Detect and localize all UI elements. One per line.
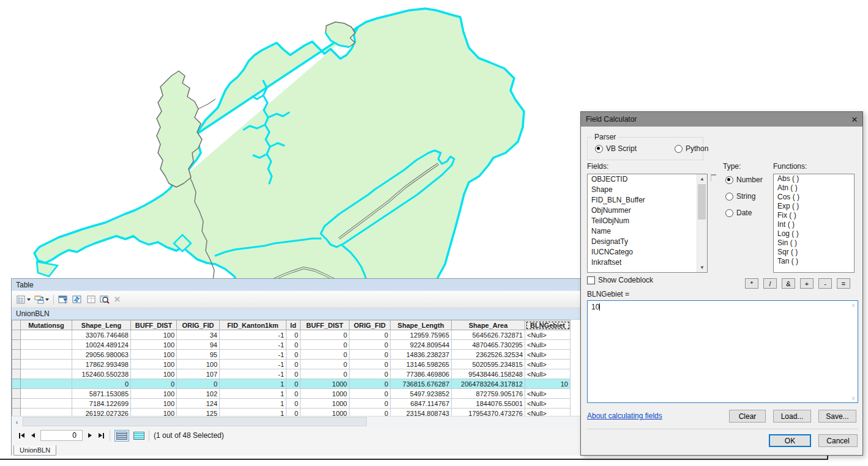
type-option-number[interactable]: Number xyxy=(725,176,763,184)
table-cell[interactable]: -1 xyxy=(220,360,286,369)
table-window-titlebar[interactable]: Table xyxy=(12,279,581,291)
table-cell[interactable]: -1 xyxy=(220,350,286,360)
table-cell[interactable]: 1 xyxy=(220,399,286,409)
row-selector[interactable] xyxy=(12,389,21,399)
table-cell[interactable] xyxy=(21,379,72,389)
row-selector[interactable] xyxy=(12,379,21,389)
column-header-shape-length[interactable]: Shape_Length xyxy=(391,320,452,330)
column-header-id[interactable]: Id xyxy=(286,320,301,330)
table-cell[interactable]: 872759.905176 xyxy=(452,389,525,399)
field-item-fid-bln-buffer[interactable]: FID_BLN_Buffer xyxy=(588,195,697,205)
table-cell[interactable]: 34 xyxy=(177,330,220,340)
table-cell[interactable]: 0 xyxy=(301,360,350,369)
table-cell[interactable]: <Null> xyxy=(525,369,571,379)
field-item-designatty[interactable]: DesignatTy xyxy=(588,237,697,247)
table-cell[interactable] xyxy=(21,389,72,399)
type-radio-string-icon[interactable] xyxy=(725,193,733,201)
table-cell[interactable]: 5020595.234815 xyxy=(452,360,525,369)
table-cell[interactable]: 0 xyxy=(301,369,350,379)
table-cell[interactable]: 0 xyxy=(350,369,391,379)
table-cell[interactable]: 4870465.730295 xyxy=(452,340,525,350)
map-canvas[interactable] xyxy=(0,0,588,287)
table-row[interactable]: 10024.48912410094-10009224.8095444870465… xyxy=(12,340,571,350)
table-cell[interactable]: 17954370.473276 xyxy=(452,409,525,416)
row-selector[interactable] xyxy=(12,360,21,369)
operator-button-45[interactable]: - xyxy=(818,278,832,289)
record-number-input[interactable] xyxy=(40,430,83,441)
switch-selection-button[interactable] xyxy=(71,293,84,306)
field-item-inkraftset[interactable]: Inkraftset xyxy=(588,257,697,268)
field-item-shape[interactable]: Shape xyxy=(588,185,697,195)
table-cell[interactable]: 0 xyxy=(286,379,301,389)
function-item-log[interactable]: Log ( ) xyxy=(774,229,854,239)
table-cell[interactable]: 0 xyxy=(286,360,301,369)
parser-option-vb-script[interactable]: VB Script xyxy=(595,144,637,153)
table-cell[interactable]: 95 xyxy=(177,350,220,360)
column-header-buff-dist[interactable]: BUFF_DIST xyxy=(131,320,177,330)
table-cell[interactable]: 7184.122699 xyxy=(72,399,131,409)
table-cell[interactable]: -1 xyxy=(220,369,286,379)
related-tables-button[interactable] xyxy=(33,293,50,306)
table-cell[interactable]: 0 xyxy=(301,340,350,350)
table-cell[interactable]: 100 xyxy=(131,409,177,416)
table-cell[interactable]: 0 xyxy=(286,369,301,379)
table-cell[interactable]: 0 xyxy=(72,379,131,389)
column-header-shape-leng[interactable]: Shape_Leng xyxy=(72,320,131,330)
parser-radio-vb-script-icon[interactable] xyxy=(595,145,603,153)
expression-input[interactable]: 10 ∧ ∨ xyxy=(587,300,858,403)
table-cell[interactable]: 1000 xyxy=(301,399,350,409)
table-cell[interactable] xyxy=(21,369,72,379)
function-item-sqr[interactable]: Sqr ( ) xyxy=(774,248,854,257)
table-cell[interactable]: 0 xyxy=(350,360,391,369)
table-cell[interactable]: 1 xyxy=(220,389,286,399)
show-codeblock-checkbox[interactable] xyxy=(587,276,595,284)
table-row[interactable]: 26192.027326100125101000023154.808743179… xyxy=(12,409,571,416)
table-cell[interactable]: 26192.027326 xyxy=(72,409,131,416)
close-icon[interactable]: × xyxy=(844,114,858,125)
operator-button-47[interactable]: / xyxy=(763,278,777,289)
table-cell[interactable]: <Null> xyxy=(525,330,571,340)
operator-button-61[interactable]: = xyxy=(837,278,850,289)
table-cell[interactable]: 100 xyxy=(131,330,177,340)
table-cell[interactable]: 12959.75965 xyxy=(391,330,452,340)
table-cell[interactable]: <Null> xyxy=(525,399,571,409)
table-cell[interactable]: 0 xyxy=(350,330,391,340)
row-selector[interactable] xyxy=(12,399,21,409)
scroll-up-icon[interactable]: ▲ xyxy=(697,174,707,183)
table-cell[interactable]: 0 xyxy=(301,350,350,360)
table-cell[interactable]: 1844076.55001 xyxy=(452,399,525,409)
table-cell[interactable]: <Null> xyxy=(525,350,571,360)
table-cell[interactable]: 1000 xyxy=(301,389,350,399)
table-cell[interactable]: 17862.993498 xyxy=(72,360,131,369)
table-cell[interactable]: 0 xyxy=(286,350,301,360)
table-cell[interactable] xyxy=(21,360,72,369)
previous-record-button[interactable] xyxy=(30,432,36,439)
field-item-iucncatego[interactable]: IUCNCatego xyxy=(588,247,697,257)
about-calculating-fields-link[interactable]: About calculating fields xyxy=(587,412,662,420)
table-cell[interactable]: 2362526.32534 xyxy=(452,350,525,360)
last-record-button[interactable] xyxy=(97,432,105,440)
table-cell[interactable]: 0 xyxy=(286,389,301,399)
show-selected-records-button[interactable] xyxy=(133,432,144,440)
field-item-teilobjnum[interactable]: TeilObjNum xyxy=(588,216,697,226)
table-cell[interactable]: 5871.153085 xyxy=(72,389,131,399)
column-header-orig-fid[interactable]: ORIG_FID xyxy=(177,320,220,330)
field-item-objnummer[interactable]: ObjNummer xyxy=(588,205,697,216)
table-cell[interactable] xyxy=(21,350,72,360)
table-cell[interactable]: 100 xyxy=(177,360,220,369)
type-option-date[interactable]: Date xyxy=(725,209,763,217)
table-row[interactable]: 29056.98006310095-100014836.238237236252… xyxy=(12,350,571,360)
row-selector-header[interactable] xyxy=(12,320,21,330)
operator-button-43[interactable]: + xyxy=(800,278,814,289)
functions-listbox[interactable]: Abs ( )Atn ( )Cos ( )Exp ( )Fix ( )Int (… xyxy=(773,174,855,273)
column-header-shape-area[interactable]: Shape_Area xyxy=(452,320,525,330)
table-row[interactable]: 17862.993498100100-100013146.59826550205… xyxy=(12,360,571,369)
table-cell[interactable]: <Null> xyxy=(525,360,571,369)
table-cell[interactable]: 29056.980063 xyxy=(72,350,131,360)
save-button[interactable]: Save... xyxy=(818,410,856,423)
table-cell[interactable]: 33076.746468 xyxy=(72,330,131,340)
table-cell[interactable]: 102 xyxy=(177,389,220,399)
table-cell[interactable]: 107 xyxy=(177,369,220,379)
load-button[interactable]: Load... xyxy=(773,410,811,423)
clear-selection-button[interactable] xyxy=(85,293,97,306)
